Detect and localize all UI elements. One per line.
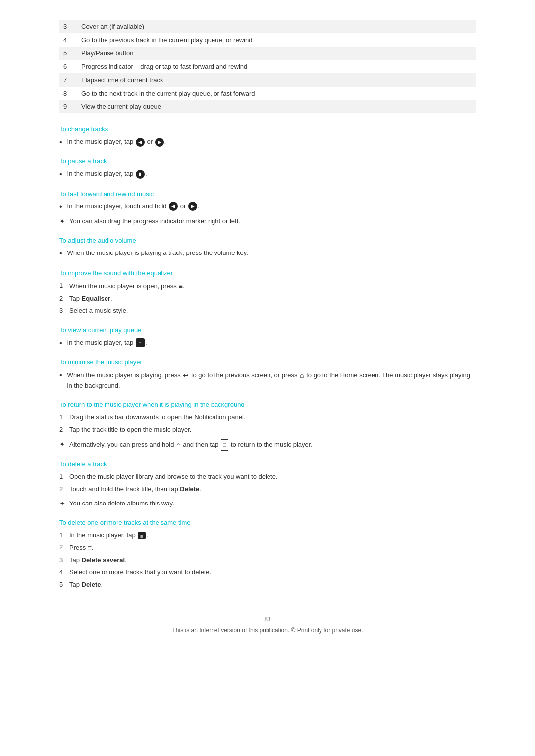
step-eq-2: 2 Tap Equaliser. (59, 294, 476, 304)
step-text-ret-2: Tap the track title to open the music pl… (69, 425, 476, 435)
step-num-delm-1: 1 (59, 530, 69, 541)
heading-minimise: To minimise the music player (59, 358, 476, 366)
bullet-text-vol: When the music player is playing a track… (67, 248, 476, 258)
step-num-ret-1: 1 (59, 412, 69, 423)
table-row: 5Play/Pause button (59, 47, 476, 60)
step-text-eq-2: Tap Equaliser. (69, 294, 476, 304)
step-text-delm-3: Tap Delete several. (69, 555, 476, 566)
next-hold-icon: ▶ (188, 202, 197, 211)
section-delete-multiple: To delete one or more tracks at the same… (59, 519, 476, 591)
table-cell-text: View the current play queue (77, 100, 476, 113)
section-adjust-volume: To adjust the audio volume • When the mu… (59, 237, 476, 259)
bullet-dot-pause: • (59, 169, 62, 180)
table-cell-num: 6 (59, 60, 77, 73)
bullet-text-pq: In the music player, tap ≡. (67, 338, 476, 348)
heading-equalizer: To improve the sound with the equalizer (59, 269, 476, 277)
step-text-ret-1: Drag the status bar downwards to open th… (69, 412, 476, 423)
step-text-delm-5: Tap Delete. (69, 580, 476, 590)
table-row: 9View the current play queue (59, 100, 476, 113)
bullet-dot-vol: • (59, 248, 62, 259)
next-icon: ▶ (155, 138, 164, 147)
tip-text-ret: Alternatively, you can press and hold ⌂ … (69, 439, 476, 451)
table-cell-num: 9 (59, 100, 77, 113)
section-equalizer: To improve the sound with the equalizer … (59, 269, 476, 316)
bullet-play-queue: • In the music player, tap ≡. (59, 338, 476, 349)
section-minimise: To minimise the music player • When the … (59, 358, 476, 391)
prev-hold-icon: ◀ (169, 202, 178, 211)
step-delm-4: 4 Select one or more tracks that you wan… (59, 567, 476, 578)
step-num-delm-3: 3 (59, 555, 69, 566)
table-row: 7Elapsed time of current track (59, 73, 476, 87)
table-cell-num: 4 (59, 33, 77, 47)
bullet-fast-forward: • In the music player, touch and hold ◀ … (59, 202, 476, 212)
bullet-dot-ff: • (59, 202, 62, 212)
page-number: 83 (59, 616, 476, 623)
copyright-text: This is an Internet version of this publ… (59, 627, 476, 634)
bullet-text-pause: In the music player, tap ⏸. (67, 169, 476, 179)
tip-fast-forward: ✦ You can also drag the progress indicat… (59, 216, 476, 227)
phone-icon-tip: □ (221, 439, 228, 451)
table-row: 3Cover art (if available) (59, 20, 476, 33)
feature-table: 3Cover art (if available)4Go to the prev… (59, 20, 476, 113)
step-text-del-2: Touch and hold the track title, then tap… (69, 484, 476, 495)
step-text-delm-4: Select one or more tracks that you want … (69, 567, 476, 578)
heading-change-tracks: To change tracks (59, 125, 476, 133)
bullet-minimise: • When the music player is playing, pres… (59, 370, 476, 391)
step-num-eq-2: 2 (59, 294, 69, 304)
bullet-dot-pq: • (59, 338, 62, 349)
queue-icon: ≡ (136, 338, 145, 347)
step-num-delm-2: 2 (59, 542, 69, 553)
bullet-text-ff: In the music player, touch and hold ◀ or… (67, 202, 476, 212)
table-cell-text: Elapsed time of current track (77, 73, 476, 87)
prev-icon: ◀ (136, 138, 145, 147)
section-fast-forward: To fast forward and rewind music • In th… (59, 190, 476, 227)
bullet-text-min: When the music player is playing, press … (67, 370, 476, 391)
heading-pause-track: To pause a track (59, 157, 476, 165)
step-num-eq-3: 3 (59, 306, 69, 316)
bullet-dot: • (59, 137, 62, 148)
step-text-delm-1: In the music player, tap ▦. (69, 530, 476, 541)
step-eq-1: 1 When the music player is open, press ≡… (59, 281, 476, 292)
step-text-eq-3: Select a music style. (69, 306, 476, 316)
back-icon: ↩ (183, 370, 189, 381)
tip-sun-icon-del: ✦ (59, 499, 65, 509)
table-cell-num: 3 (59, 20, 77, 33)
tip-text-del: You can also delete albums this way. (69, 499, 476, 509)
step-num-del-1: 1 (59, 472, 69, 482)
table-cell-text: Go to the next track in the current play… (77, 87, 476, 100)
step-delm-3: 3 Tap Delete several. (59, 555, 476, 566)
step-num-ret-2: 2 (59, 425, 69, 435)
step-text-del-1: Open the music player library and browse… (69, 472, 476, 482)
bullet-adjust-volume: • When the music player is playing a tra… (59, 248, 476, 259)
home-icon-tip: ⌂ (176, 439, 180, 450)
step-del-1: 1 Open the music player library and brow… (59, 472, 476, 482)
step-ret-2: 2 Tap the track title to open the music … (59, 425, 476, 435)
section-delete-track: To delete a track 1 Open the music playe… (59, 460, 476, 509)
heading-fast-forward: To fast forward and rewind music (59, 190, 476, 198)
bullet-change-tracks: • In the music player, tap ◀ or ▶. (59, 137, 476, 148)
heading-return: To return to the music player when it is… (59, 401, 476, 408)
table-row: 4Go to the previous track in the current… (59, 33, 476, 47)
table-cell-num: 7 (59, 73, 77, 87)
table-cell-text: Go to the previous track in the current … (77, 33, 476, 47)
step-ret-1: 1 Drag the status bar downwards to open … (59, 412, 476, 423)
table-cell-text: Cover art (if available) (77, 20, 476, 33)
tip-delete-track: ✦ You can also delete albums this way. (59, 499, 476, 509)
heading-play-queue: To view a current play queue (59, 326, 476, 334)
heading-adjust-volume: To adjust the audio volume (59, 237, 476, 244)
step-eq-3: 3 Select a music style. (59, 306, 476, 316)
bullet-dot-min: • (59, 370, 62, 381)
table-row: 6Progress indicator – drag or tap to fas… (59, 60, 476, 73)
home-icon: ⌂ (300, 370, 304, 381)
step-num-eq-1: 1 (59, 281, 69, 291)
table-cell-num: 8 (59, 87, 77, 100)
tip-text-ff: You can also drag the progress indicator… (69, 216, 476, 227)
heading-delete-multiple: To delete one or more tracks at the same… (59, 519, 476, 526)
step-num-delm-4: 4 (59, 567, 69, 578)
table-cell-text: Play/Pause button (77, 47, 476, 60)
step-delm-5: 5 Tap Delete. (59, 580, 476, 590)
step-num-delm-5: 5 (59, 580, 69, 590)
tip-return: ✦ Alternatively, you can press and hold … (59, 439, 476, 451)
table-row: 8Go to the next track in the current pla… (59, 87, 476, 100)
step-num-del-2: 2 (59, 484, 69, 495)
